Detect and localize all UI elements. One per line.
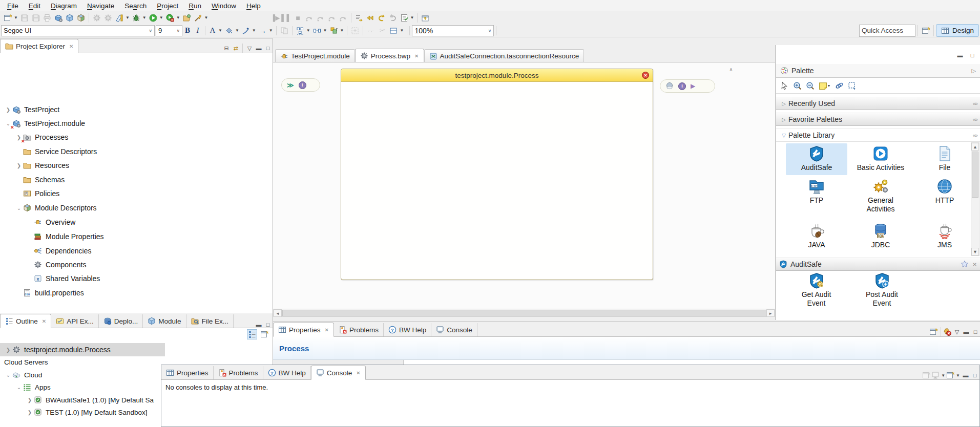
display-console-icon[interactable] bbox=[931, 371, 941, 379]
save-all-icon[interactable] bbox=[30, 12, 41, 24]
menu-search[interactable]: Search bbox=[119, 1, 152, 11]
scroll-up-icon[interactable]: ▲ bbox=[971, 143, 979, 151]
menu-help[interactable]: Help bbox=[241, 1, 266, 11]
tree-item-testproject[interactable]: ❯TestProject bbox=[4, 103, 59, 116]
tree-item-resources[interactable]: ❯Resources bbox=[15, 159, 69, 172]
palette-item-jdbc[interactable]: SQL JDBC bbox=[850, 223, 911, 249]
tab-properties[interactable]: Properties bbox=[161, 366, 214, 379]
maximize-icon[interactable]: □ bbox=[968, 52, 977, 58]
palette-item-post-audit-event[interactable]: Post Audit Event bbox=[858, 272, 906, 308]
tab-outline[interactable]: Outline ✕ bbox=[0, 314, 51, 328]
open-console-icon[interactable] bbox=[946, 371, 955, 379]
minimize-icon[interactable]: ▬ bbox=[955, 52, 965, 58]
menu-navigate[interactable]: Navigate bbox=[82, 1, 119, 11]
font-color-button[interactable]: A bbox=[207, 26, 218, 35]
fill-color-icon[interactable] bbox=[223, 25, 235, 36]
menu-run[interactable]: Run bbox=[183, 1, 206, 11]
import-module-icon[interactable] bbox=[64, 12, 75, 24]
view-menu-icon[interactable]: ▽ bbox=[952, 329, 962, 335]
pause-icon[interactable]: ▌▌ bbox=[281, 12, 293, 24]
zoom-out-icon[interactable] bbox=[806, 81, 815, 90]
error-badge-icon[interactable]: ✕ bbox=[642, 72, 649, 79]
menu-window[interactable]: Window bbox=[206, 1, 241, 11]
pin-console-icon[interactable] bbox=[922, 371, 931, 379]
new-dropdown-icon[interactable]: ▼ bbox=[14, 15, 18, 20]
step-filter-icon[interactable] bbox=[304, 12, 315, 24]
align-dropdown-icon[interactable]: ▼ bbox=[306, 28, 310, 33]
italic-button[interactable]: I bbox=[193, 26, 203, 35]
distribute-dropdown-icon[interactable]: ▼ bbox=[323, 28, 327, 33]
maximize-icon[interactable]: □ bbox=[263, 45, 273, 51]
new-module-icon[interactable] bbox=[53, 12, 64, 24]
stop-icon[interactable]: ■ bbox=[293, 12, 304, 24]
pin-icon[interactable]: «» bbox=[973, 132, 977, 138]
run-dropdown-icon[interactable]: ▼ bbox=[159, 15, 163, 20]
quick-access-input[interactable]: Quick Access bbox=[859, 25, 915, 37]
palette-item-file[interactable]: File bbox=[914, 145, 975, 172]
tree-item-processes[interactable]: ❯✕Processes bbox=[15, 131, 68, 144]
marquee-tool-icon[interactable] bbox=[848, 81, 857, 90]
new-diagram-icon[interactable] bbox=[259, 329, 269, 339]
bold-button[interactable]: B bbox=[182, 26, 193, 35]
tree-item-service-descriptors[interactable]: Service Descriptors bbox=[15, 145, 97, 158]
minimize-icon[interactable]: ▬ bbox=[961, 372, 970, 378]
scrollbar-thumb[interactable] bbox=[282, 310, 767, 316]
menu-project[interactable]: Project bbox=[152, 1, 183, 11]
cloud-tree-item-apps[interactable]: ⌄Apps bbox=[15, 381, 51, 393]
gear2-icon[interactable] bbox=[102, 12, 114, 24]
info-icon[interactable]: I bbox=[299, 81, 306, 89]
tab-module[interactable]: Module bbox=[143, 314, 186, 328]
palette-scrollbar[interactable]: ▲ ▼ bbox=[971, 142, 979, 256]
task-list-icon[interactable] bbox=[399, 12, 410, 24]
editor-tab-testproject-module[interactable]: TestProject.module bbox=[275, 49, 355, 62]
palette-item-general-activities[interactable]: General Activities bbox=[850, 178, 911, 214]
outline-item-process[interactable]: ❯ testproject.module.Process bbox=[0, 343, 165, 356]
end-event-icon[interactable]: ▶ bbox=[691, 82, 695, 90]
close-icon[interactable]: ✕ bbox=[42, 318, 46, 324]
order-icon[interactable] bbox=[328, 25, 340, 36]
menu-diagram[interactable]: Diagram bbox=[46, 1, 82, 11]
editor-tab-process-bwp[interactable]: Process.bwp ✕ bbox=[355, 49, 424, 62]
scroll-right-icon[interactable]: ▸ bbox=[766, 309, 775, 317]
process-scope-box[interactable]: testproject.module.Process ✕ bbox=[341, 69, 653, 280]
font-name-combo[interactable]: Segoe UI∨ bbox=[1, 25, 155, 36]
collapse-all-icon[interactable]: ⊟ bbox=[222, 45, 231, 52]
menu-edit[interactable]: Edit bbox=[24, 1, 46, 11]
tree-item-build-properties[interactable]: build.properties bbox=[15, 286, 84, 300]
palette-item-ftp[interactable]: FTP FTP bbox=[786, 178, 847, 205]
tree-item-dependencies[interactable]: Dependencies bbox=[26, 244, 92, 258]
palette-item-basic-activities[interactable]: Basic Activities bbox=[850, 145, 911, 172]
tab-bw-help[interactable]: BW Help bbox=[263, 366, 311, 379]
tab-problems[interactable]: Problems bbox=[334, 323, 384, 336]
palette-item-get-audit-event[interactable]: Get Audit Event bbox=[792, 272, 841, 308]
minimize-icon[interactable]: ▬ bbox=[254, 45, 263, 51]
snap-icon[interactable]: ⌐⌐ bbox=[365, 25, 377, 36]
grid-icon[interactable] bbox=[388, 25, 399, 36]
line-color-dropdown-icon[interactable]: ▼ bbox=[252, 28, 256, 33]
pin-icon[interactable]: «» bbox=[973, 116, 977, 122]
minimize-icon[interactable]: ▬ bbox=[254, 322, 263, 328]
drawer-recently-used[interactable]: ▷ Recently Used «» bbox=[776, 97, 980, 110]
tab-api-explorer[interactable]: API Ex... bbox=[51, 314, 99, 328]
run-icon[interactable] bbox=[148, 12, 159, 24]
pin-view-icon[interactable] bbox=[929, 328, 939, 336]
design-perspective-button[interactable]: Design bbox=[936, 24, 979, 37]
order-dropdown-icon[interactable]: ▼ bbox=[340, 28, 344, 33]
palette-item-auditsafe[interactable]: AuditSafe bbox=[786, 143, 847, 175]
close-icon[interactable]: ✕ bbox=[414, 53, 419, 59]
tree-item-policies[interactable]: PPolicies bbox=[15, 187, 59, 200]
start-event-icon[interactable]: ≫ bbox=[287, 81, 294, 89]
step-into-icon[interactable]: ▐▶ bbox=[270, 12, 281, 24]
collapse-shape-icon[interactable]: ✂ bbox=[377, 25, 388, 36]
grid-dropdown-icon[interactable]: ▼ bbox=[400, 28, 404, 33]
profile-dropdown-icon[interactable]: ▼ bbox=[176, 15, 180, 20]
align-icon[interactable] bbox=[295, 25, 306, 36]
design-dropdown-icon[interactable]: ▼ bbox=[126, 15, 130, 20]
zoom-combo[interactable]: 100%∨ bbox=[412, 25, 494, 36]
menu-file[interactable]: File bbox=[2, 1, 24, 11]
cloud-tree-item-test[interactable]: ❯TEST (1.0) [My Default Sandbox] bbox=[26, 406, 148, 418]
maximize-icon[interactable]: □ bbox=[970, 372, 979, 378]
scroll-left-icon[interactable]: ◂ bbox=[274, 309, 282, 317]
palette-item-http[interactable]: HTTP bbox=[914, 178, 975, 205]
scrollbar-thumb[interactable] bbox=[972, 152, 978, 198]
